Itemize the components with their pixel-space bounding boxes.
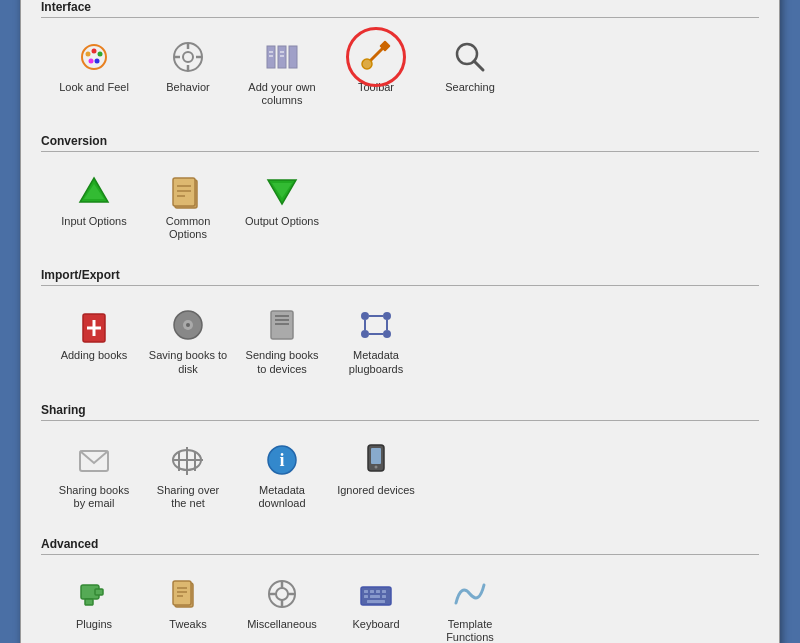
pref-icon-sharing-books-by-email: [74, 440, 114, 480]
svg-point-45: [361, 330, 369, 338]
pref-icon-plugins: [74, 574, 114, 614]
section-advanced: AdvancedPluginsTweaksMiscellaneousKeyboa…: [41, 537, 759, 643]
pref-label-behavior: Behavior: [166, 81, 209, 94]
svg-rect-79: [376, 590, 380, 593]
pref-label-metadata-download: Metadata download: [242, 484, 322, 510]
section-items-advanced: PluginsTweaksMiscellaneousKeyboardTempla…: [41, 563, 759, 643]
pref-item-behavior[interactable]: Behavior: [143, 30, 233, 114]
pref-item-sending-books-to-devices[interactable]: Sending books to devices: [237, 298, 327, 382]
pref-icon-searching: [450, 37, 490, 77]
pref-icon-sharing-over-the-net: [168, 440, 208, 480]
svg-rect-81: [364, 595, 368, 598]
main-content: 📚 Preferences calibre version 2.29.0 cre…: [21, 0, 779, 643]
pref-item-metadata-plugboards[interactable]: Metadata plugboards: [331, 298, 421, 382]
svg-rect-27: [173, 178, 195, 206]
pref-item-template-functions[interactable]: Template Functions: [425, 567, 515, 643]
pref-item-miscellaneous[interactable]: Miscellaneous: [237, 567, 327, 643]
pref-icon-sending-books-to-devices: [262, 305, 302, 345]
pref-icon-output-options: [262, 171, 302, 211]
pref-icon-input-options: [74, 171, 114, 211]
svg-rect-66: [173, 581, 191, 605]
pref-label-sharing-books-by-email: Sharing books by email: [54, 484, 134, 510]
pref-item-saving-books-to-disk[interactable]: Saving books to disk: [143, 298, 233, 382]
pref-label-common-options: Common Options: [148, 215, 228, 241]
svg-point-7: [183, 52, 193, 62]
section-conversion: ConversionInput OptionsCommon OptionsOut…: [41, 134, 759, 252]
pref-label-sending-books-to-devices: Sending books to devices: [242, 349, 322, 375]
pref-item-look-and-feel[interactable]: Look and Feel: [49, 30, 139, 114]
pref-item-metadata-download[interactable]: iMetadata download: [237, 433, 327, 517]
pref-label-toolbar: Toolbar: [358, 81, 394, 94]
svg-point-3: [98, 51, 103, 56]
pref-item-output-options[interactable]: Output Options: [237, 164, 327, 248]
pref-item-toolbar[interactable]: Toolbar: [331, 30, 421, 114]
section-sharing: SharingSharing books by emailSharing ove…: [41, 403, 759, 521]
pref-label-miscellaneous: Miscellaneous: [247, 618, 317, 631]
pref-item-keyboard[interactable]: Keyboard: [331, 567, 421, 643]
section-items-import-export: Adding booksSaving books to diskSending …: [41, 294, 759, 386]
section-header-advanced: Advanced: [41, 537, 759, 555]
pref-icon-metadata-download: i: [262, 440, 302, 480]
svg-point-2: [92, 48, 97, 53]
svg-rect-63: [95, 589, 103, 595]
svg-line-23: [474, 61, 483, 70]
svg-point-38: [186, 323, 190, 327]
pref-label-adding-books: Adding books: [61, 349, 128, 362]
pref-item-searching[interactable]: Searching: [425, 30, 515, 114]
pref-item-sharing-over-the-net[interactable]: Sharing over the net: [143, 433, 233, 517]
svg-point-5: [89, 58, 94, 63]
pref-item-plugins[interactable]: Plugins: [49, 567, 139, 643]
pref-icon-metadata-plugboards: [356, 305, 396, 345]
pref-label-plugins: Plugins: [76, 618, 112, 631]
pref-icon-ignored-devices: [356, 440, 396, 480]
svg-point-1: [86, 51, 91, 56]
pref-label-saving-books-to-disk: Saving books to disk: [148, 349, 228, 375]
svg-point-4: [95, 58, 100, 63]
pref-item-tweaks[interactable]: Tweaks: [143, 567, 233, 643]
pref-item-input-options[interactable]: Input Options: [49, 164, 139, 248]
svg-rect-14: [289, 46, 297, 68]
svg-text:i: i: [279, 450, 284, 470]
section-items-conversion: Input OptionsCommon OptionsOutput Option…: [41, 160, 759, 252]
section-header-import-export: Import/Export: [41, 268, 759, 286]
pref-item-sharing-books-by-email[interactable]: Sharing books by email: [49, 433, 139, 517]
svg-rect-82: [370, 595, 380, 598]
pref-label-input-options: Input Options: [61, 215, 126, 228]
pref-item-adding-books[interactable]: Adding books: [49, 298, 139, 382]
pref-icon-add-own-columns: [262, 37, 302, 77]
pref-icon-look-and-feel: [74, 37, 114, 77]
svg-point-44: [383, 312, 391, 320]
svg-point-61: [375, 465, 378, 468]
pref-label-look-and-feel: Look and Feel: [59, 81, 129, 94]
sections-container: InterfaceLook and FeelBehaviorAdd your o…: [41, 0, 759, 643]
pref-icon-miscellaneous: [262, 574, 302, 614]
svg-rect-39: [271, 311, 293, 339]
section-header-conversion: Conversion: [41, 134, 759, 152]
section-header-interface: Interface: [41, 0, 759, 18]
pref-label-metadata-plugboards: Metadata plugboards: [336, 349, 416, 375]
section-interface: InterfaceLook and FeelBehaviorAdd your o…: [41, 0, 759, 118]
section-items-sharing: Sharing books by emailSharing over the n…: [41, 429, 759, 521]
svg-point-71: [276, 588, 288, 600]
svg-rect-84: [367, 600, 385, 603]
pref-icon-common-options: [168, 171, 208, 211]
pref-icon-saving-books-to-disk: [168, 305, 208, 345]
pref-icon-template-functions: [450, 574, 490, 614]
pref-icon-toolbar: [356, 37, 396, 77]
pref-icon-behavior: [168, 37, 208, 77]
svg-point-46: [383, 330, 391, 338]
section-items-interface: Look and FeelBehaviorAdd your own column…: [41, 26, 759, 118]
svg-point-20: [362, 59, 372, 69]
pref-item-common-options[interactable]: Common Options: [143, 164, 233, 248]
svg-rect-60: [371, 448, 381, 464]
pref-item-ignored-devices[interactable]: Ignored devices: [331, 433, 421, 517]
pref-icon-keyboard: [356, 574, 396, 614]
svg-rect-77: [364, 590, 368, 593]
svg-rect-78: [370, 590, 374, 593]
pref-label-output-options: Output Options: [245, 215, 319, 228]
svg-rect-12: [267, 46, 275, 68]
pref-item-add-own-columns[interactable]: Add your own columns: [237, 30, 327, 114]
pref-label-keyboard: Keyboard: [352, 618, 399, 631]
svg-rect-80: [382, 590, 386, 593]
section-import-export: Import/ExportAdding booksSaving books to…: [41, 268, 759, 386]
